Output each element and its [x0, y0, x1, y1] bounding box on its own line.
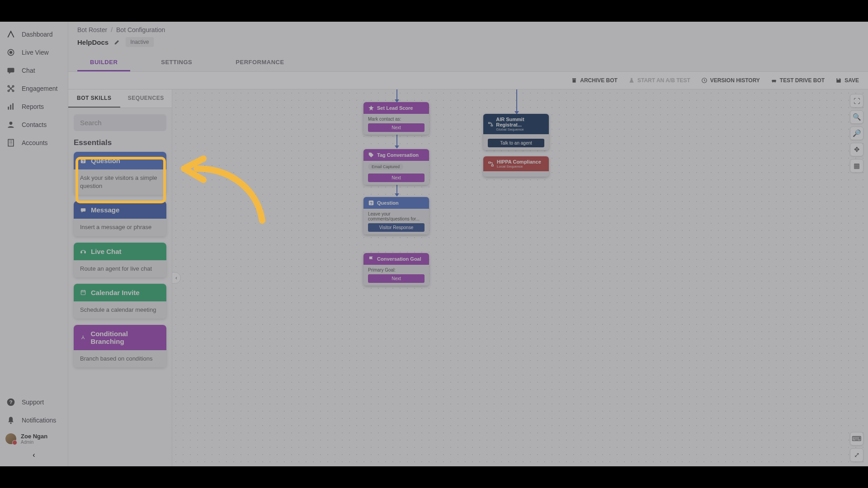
svg-text:?: ? — [9, 399, 12, 405]
node-next-button[interactable]: Next — [368, 274, 425, 283]
grid-icon: ▦ — [854, 162, 860, 170]
svg-rect-33 — [491, 164, 493, 166]
nav-item-label: Live View — [22, 49, 49, 56]
skill-desc: Schedule a calendar meeting — [74, 301, 166, 319]
save-button[interactable]: SAVE — [835, 77, 859, 84]
canvas[interactable]: ‹ Set Lead Score Mark contact as:Next Ta… — [172, 89, 868, 466]
breadcrumb-root[interactable]: Bot Roster — [77, 26, 107, 33]
flag-icon — [368, 256, 374, 262]
skill-card-message[interactable]: Message Insert a message or phrase — [74, 201, 166, 236]
skill-card-livechat[interactable]: Live Chat Route an agent for live chat — [74, 243, 166, 277]
skill-title: Message — [91, 206, 119, 214]
skill-card-calendar[interactable]: Calendar Invite Schedule a calendar meet… — [74, 284, 166, 319]
edit-icon[interactable] — [114, 39, 120, 45]
toolbar-label: SAVE — [844, 77, 859, 84]
chevron-left-icon: ‹ — [175, 275, 177, 281]
nav-item-label: Notifications — [22, 417, 56, 424]
nav-engagement[interactable]: Engagement — [0, 80, 68, 98]
svg-rect-18 — [772, 80, 776, 82]
user-name: Zoe Ngan — [21, 433, 47, 440]
message-icon — [80, 207, 86, 213]
nav-logo[interactable]: Dashboard — [0, 25, 68, 43]
bar-chart-icon — [6, 102, 15, 111]
node-title: HIPPA Compliance — [497, 159, 541, 164]
svg-rect-32 — [489, 162, 491, 163]
node-body-text: Primary Goal: — [368, 267, 425, 272]
chevron-left-icon: ‹ — [33, 451, 35, 459]
nav-item-label: Chat — [22, 67, 35, 74]
node-hippa[interactable]: HIPPA ComplianceLocal Sequence — [483, 156, 549, 177]
zoom-out-button[interactable]: 🔎 — [850, 127, 863, 140]
node-air-summit[interactable]: AIR Summit Registrat...Global Sequence T… — [483, 114, 549, 150]
bell-icon — [6, 416, 15, 425]
breadcrumb: Bot Roster / Bot Configuration — [77, 26, 859, 33]
node-conversation-goal[interactable]: Conversation Goal Primary Goal:Next — [363, 253, 429, 286]
keyboard-button[interactable]: ⌨ — [850, 432, 863, 446]
tab-performance[interactable]: PERFORMANCE — [223, 54, 297, 71]
building-icon — [6, 138, 15, 147]
node-response-button[interactable]: Visitor Response — [368, 223, 425, 232]
svg-text:?: ? — [82, 159, 85, 163]
nav-reports[interactable]: Reports — [0, 98, 68, 116]
node-subtitle: Global Sequence — [496, 127, 544, 131]
skill-desc: Route an agent for live chat — [74, 260, 166, 277]
toolbar-label: START AN A/B TEST — [637, 77, 690, 84]
node-next-button[interactable]: Next — [368, 123, 425, 132]
save-icon — [835, 77, 842, 84]
nav-support[interactable]: ? Support — [0, 393, 68, 411]
skills-panel: BOT SKILLS SEQUENCES Search Essentials ?… — [68, 89, 172, 466]
nav-collapse-button[interactable]: ‹ — [0, 448, 68, 460]
skill-card-question[interactable]: ? Question Ask your site visitors a simp… — [74, 152, 166, 195]
zoom-in-button[interactable]: 🔍 — [850, 110, 863, 124]
svg-rect-8 — [10, 105, 11, 110]
node-agent-button[interactable]: Talk to an agent — [488, 139, 544, 147]
connector — [514, 89, 519, 114]
user-role: Admin — [21, 440, 47, 445]
nav-user[interactable]: Zoe Ngan Admin — [0, 429, 68, 448]
svg-point-1 — [10, 52, 12, 54]
nav-contacts[interactable]: Contacts — [0, 116, 68, 134]
search-input[interactable]: Search — [74, 114, 166, 131]
nav-notifications[interactable]: Notifications — [0, 411, 68, 429]
tab-bot-skills[interactable]: BOT SKILLS — [68, 89, 120, 108]
svg-rect-11 — [8, 140, 14, 146]
nav-item-label: Accounts — [22, 139, 48, 146]
svg-rect-24 — [81, 208, 86, 211]
breadcrumb-sep: / — [111, 26, 113, 33]
node-title: Tag Conversation — [377, 152, 419, 158]
expand-button[interactable]: ⤢ — [850, 448, 863, 462]
node-set-lead-score[interactable]: Set Lead Score Mark contact as:Next — [363, 102, 429, 135]
collapse-panel-button[interactable]: ‹ — [172, 272, 181, 284]
node-body-text: Leave your comments/questions for... — [368, 211, 425, 221]
node-tag-conversation[interactable]: Tag Conversation Email CapturedNext — [363, 149, 429, 185]
keyboard-icon: ⌨ — [852, 435, 862, 443]
star-icon — [368, 105, 374, 111]
nav-liveview[interactable]: Live View — [0, 43, 68, 61]
node-title: Set Lead Score — [377, 105, 413, 111]
fit-button[interactable]: ✥ — [850, 143, 863, 156]
tab-builder[interactable]: BUILDER — [77, 54, 130, 71]
skill-desc: Ask your site visitors a simple question — [74, 169, 166, 195]
tab-settings[interactable]: SETTINGS — [148, 54, 205, 71]
question-icon: ? — [368, 200, 374, 206]
version-history-button[interactable]: VERSION HISTORY — [701, 77, 760, 84]
svg-rect-31 — [491, 125, 493, 126]
archive-bot-button[interactable]: ARCHIVE BOT — [571, 77, 618, 84]
test-drive-button[interactable]: TEST DRIVE BOT — [771, 77, 825, 84]
skill-card-conditional[interactable]: Conditional Branching Branch based on co… — [74, 325, 166, 367]
nav-accounts[interactable]: Accounts — [0, 134, 68, 152]
tab-sequences[interactable]: SEQUENCES — [120, 89, 172, 108]
node-question[interactable]: ?Question Leave your comments/questions … — [363, 197, 429, 235]
skill-title: Question — [91, 157, 120, 164]
svg-rect-15 — [572, 78, 576, 79]
skill-title: Conditional Branching — [90, 330, 160, 345]
calendar-icon — [80, 289, 86, 296]
svg-point-19 — [772, 81, 773, 82]
svg-point-14 — [10, 422, 11, 424]
nav-chat[interactable]: Chat — [0, 61, 68, 80]
question-icon: ? — [80, 158, 86, 164]
fullscreen-button[interactable]: ⛶ — [850, 94, 863, 108]
node-next-button[interactable]: Next — [368, 174, 425, 182]
svg-rect-25 — [81, 252, 82, 253]
grid-button[interactable]: ▦ — [850, 159, 863, 173]
